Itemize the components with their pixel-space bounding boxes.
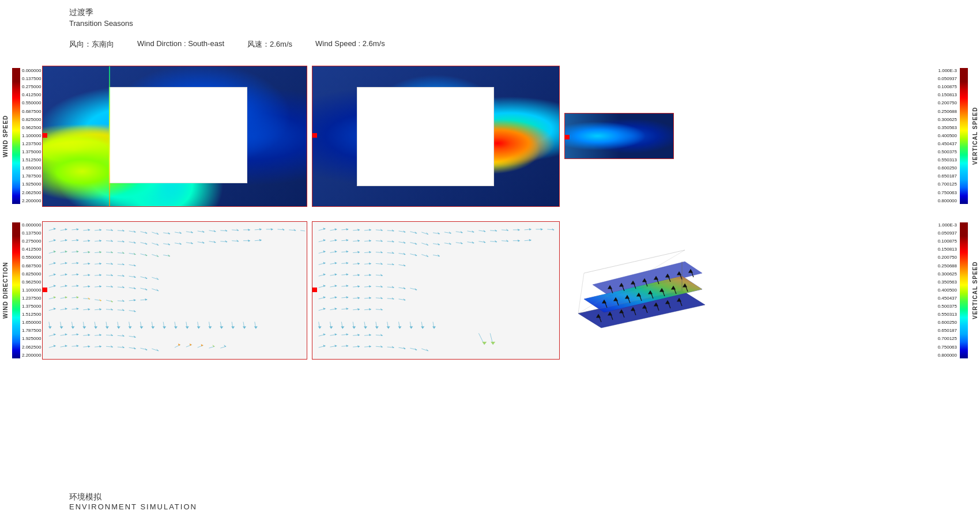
- svg-line-215: [164, 322, 165, 329]
- svg-line-213: [152, 322, 153, 329]
- svg-line-73: [209, 241, 216, 243]
- svg-marker-244: [111, 334, 113, 336]
- svg-marker-256: [88, 345, 91, 347]
- svg-line-487: [353, 335, 360, 335]
- svg-line-18: [152, 232, 159, 235]
- svg-marker-406: [369, 274, 371, 276]
- svg-line-171: [106, 300, 113, 302]
- svg-marker-110: [77, 262, 79, 264]
- svg-line-331: [376, 241, 383, 241]
- svg-marker-140: [157, 277, 159, 279]
- svg-line-437: [376, 298, 383, 298]
- svg-line-299: [433, 233, 440, 234]
- svg-marker-298: [427, 232, 429, 235]
- svg-line-20: [164, 233, 171, 234]
- svg-marker-17: [145, 232, 148, 234]
- svg-marker-25: [191, 231, 193, 233]
- svg-marker-206: [105, 326, 109, 328]
- svg-marker-58: [122, 240, 125, 243]
- svg-marker-226: [220, 326, 224, 328]
- svg-marker-324: [335, 239, 337, 241]
- svg-line-6: [84, 230, 91, 230]
- svg-marker-304: [461, 231, 463, 233]
- svg-marker-200: [71, 326, 75, 328]
- svg-marker-376: [415, 254, 417, 256]
- svg-line-567: [578, 273, 584, 313]
- svg-line-511: [422, 349, 429, 351]
- svg-line-97: [129, 254, 136, 255]
- svg-line-59: [129, 242, 136, 243]
- svg-line-467: [364, 322, 365, 329]
- svg-line-231: [255, 322, 256, 329]
- red-marker-3: [565, 135, 570, 139]
- svg-line-195: [49, 322, 50, 329]
- svg-marker-278: [224, 345, 227, 347]
- svg-line-135: [129, 276, 136, 277]
- svg-marker-64: [157, 243, 159, 245]
- svg-marker-19: [157, 232, 159, 235]
- svg-line-241: [95, 335, 102, 335]
- svg-marker-396: [404, 264, 406, 266]
- svg-line-32: [232, 230, 239, 230]
- svg-marker-500: [358, 345, 360, 347]
- svg-line-51: [84, 241, 91, 241]
- svg-line-391: [376, 263, 383, 264]
- svg-line-469: [376, 322, 377, 329]
- svg-line-303: [456, 232, 463, 233]
- svg-marker-250: [54, 345, 56, 347]
- svg-marker-434: [358, 297, 360, 299]
- svg-line-267: [152, 349, 159, 351]
- svg-line-245: [118, 335, 125, 336]
- svg-line-285: [353, 230, 360, 230]
- svg-line-223: [209, 322, 210, 329]
- cfd-panel-top-small: [564, 113, 674, 159]
- svg-line-445: [491, 333, 493, 345]
- svg-marker-128: [88, 274, 91, 276]
- svg-marker-498: [346, 345, 349, 347]
- svg-marker-43: [294, 229, 296, 231]
- svg-marker-510: [415, 348, 417, 350]
- svg-marker-318: [541, 228, 543, 230]
- svg-marker-84: [54, 251, 56, 253]
- svg-line-169: [95, 300, 102, 301]
- svg-line-75: [221, 241, 228, 242]
- svg-line-181: [61, 309, 67, 310]
- svg-line-295: [410, 232, 417, 233]
- svg-line-341: [433, 244, 440, 245]
- svg-marker-372: [392, 252, 394, 254]
- svg-marker-15: [134, 230, 136, 233]
- svg-marker-302: [449, 232, 451, 234]
- svg-line-16: [141, 232, 148, 233]
- svg-marker-218: [174, 326, 178, 328]
- svg-marker-166: [77, 296, 79, 298]
- svg-marker-258: [99, 345, 101, 347]
- svg-marker-262: [122, 346, 125, 348]
- wind-direction-scale-nums: 2.200000 2.062500 1.925000 1.787500 1.65…: [22, 221, 41, 360]
- svg-marker-468: [364, 326, 367, 328]
- svg-marker-342: [438, 243, 440, 245]
- cfd-panel-top-right: [312, 66, 560, 207]
- svg-marker-456: [369, 308, 371, 311]
- svg-marker-98: [134, 253, 136, 255]
- footer-english: ENVIRONMENT SIMULATION: [69, 502, 197, 511]
- svg-marker-384: [335, 262, 337, 264]
- svg-marker-3: [65, 228, 67, 230]
- svg-marker-72: [202, 241, 205, 244]
- svg-marker-144: [65, 285, 67, 287]
- svg-line-485: [342, 334, 349, 335]
- svg-line-419: [376, 286, 383, 287]
- svg-marker-452: [346, 308, 349, 310]
- svg-marker-158: [145, 288, 148, 290]
- svg-line-129: [95, 275, 102, 275]
- svg-marker-192: [122, 309, 125, 311]
- svg-line-497: [342, 346, 349, 346]
- svg-marker-82: [259, 239, 262, 241]
- svg-line-305: [468, 231, 474, 232]
- svg-marker-404: [358, 274, 360, 276]
- svg-line-187: [95, 309, 102, 310]
- svg-line-127: [84, 275, 91, 275]
- svg-marker-138: [145, 277, 148, 279]
- svg-line-83: [49, 252, 56, 254]
- svg-line-403: [353, 275, 360, 275]
- svg-line-65: [164, 244, 171, 245]
